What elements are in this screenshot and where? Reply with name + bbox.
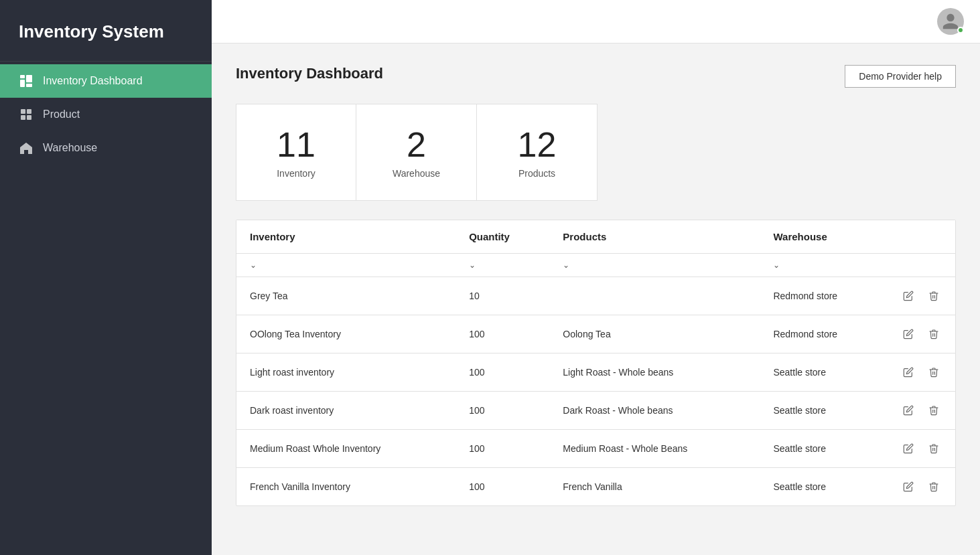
edit-button[interactable]: [900, 480, 916, 493]
delete-button[interactable]: [926, 366, 942, 379]
stat-number-warehouse: 2: [407, 126, 426, 164]
cell-warehouse: Seattle store: [760, 468, 955, 506]
table-row: Light roast inventory100Light Roast - Wh…: [236, 353, 955, 392]
stat-card-products: 12 Products: [477, 104, 598, 201]
warehouse-name: Seattle store: [773, 367, 826, 378]
table-row: Dark roast inventory100Dark Roast - Whol…: [236, 392, 955, 430]
edit-button[interactable]: [900, 404, 916, 417]
svg-rect-1: [20, 80, 25, 87]
chevron-down-icon: ⌄: [773, 260, 780, 270]
col-header-inventory: Inventory: [236, 220, 456, 254]
warehouse-name: Redmond store: [773, 329, 837, 339]
warehouse-icon: [19, 141, 33, 155]
cell-inventory: OOlong Tea Inventory: [236, 315, 456, 353]
col-header-warehouse: Warehouse: [760, 220, 955, 254]
cell-quantity: 100: [456, 430, 549, 468]
avatar-container[interactable]: [937, 8, 964, 35]
sidebar-item-dashboard-label: Inventory Dashboard: [43, 75, 143, 87]
cell-quantity: 10: [456, 277, 549, 315]
sidebar-item-product-label: Product: [43, 108, 80, 121]
content-area: Inventory Dashboard Demo Provider help 1…: [212, 44, 980, 555]
table-row: Medium Roast Whole Inventory100Medium Ro…: [236, 430, 955, 468]
col-header-products: Products: [549, 220, 760, 254]
table-row: OOlong Tea Inventory100Oolong TeaRedmond…: [236, 315, 955, 353]
product-icon: [19, 107, 33, 122]
svg-rect-0: [20, 75, 25, 78]
edit-button[interactable]: [900, 366, 916, 379]
cell-quantity: 100: [456, 353, 549, 392]
table-body: Grey Tea10Redmond storeOOlong Tea Invent…: [236, 277, 955, 506]
chevron-down-icon: ⌄: [469, 260, 476, 270]
table-row: French Vanilla Inventory100French Vanill…: [236, 468, 955, 506]
sidebar-item-dashboard[interactable]: Inventory Dashboard: [0, 64, 212, 98]
warehouse-name: Redmond store: [773, 291, 837, 301]
table-header-row: Inventory Quantity Products: [236, 220, 955, 254]
filter-cell-quantity: ⌄: [456, 254, 549, 277]
filter-cell-inventory: ⌄: [236, 254, 456, 277]
stat-label-products: Products: [518, 168, 555, 179]
cell-quantity: 100: [456, 315, 549, 353]
warehouse-name: Seattle store: [773, 405, 826, 416]
main-content: Inventory Dashboard Demo Provider help 1…: [212, 0, 980, 555]
inventory-table-container: Inventory Quantity Products: [236, 220, 956, 506]
filter-dropdown-inventory[interactable]: ⌄: [250, 260, 442, 270]
cell-quantity: 100: [456, 468, 549, 506]
chevron-down-icon: ⌄: [250, 260, 257, 270]
cell-inventory: Grey Tea: [236, 277, 456, 315]
filter-dropdown-warehouse[interactable]: ⌄: [773, 260, 942, 270]
delete-button[interactable]: [926, 404, 942, 417]
table-row: Grey Tea10Redmond store: [236, 277, 955, 315]
cell-inventory: Light roast inventory: [236, 353, 456, 392]
stats-row: 11 Inventory 2 Warehouse 12 Products: [236, 104, 956, 201]
delete-button[interactable]: [926, 442, 942, 455]
cell-inventory: French Vanilla Inventory: [236, 468, 456, 506]
warehouse-name: Seattle store: [773, 443, 826, 454]
filter-dropdown-products[interactable]: ⌄: [563, 260, 746, 270]
help-button[interactable]: Demo Provider help: [845, 65, 956, 88]
cell-warehouse: Redmond store: [760, 277, 955, 315]
cell-warehouse: Seattle store: [760, 353, 955, 392]
dashboard-icon: [19, 74, 33, 88]
col-header-quantity: Quantity: [456, 220, 549, 254]
edit-button[interactable]: [900, 327, 916, 341]
page-title: Inventory Dashboard: [236, 65, 383, 82]
cell-quantity: 100: [456, 392, 549, 430]
sidebar-nav: Inventory Dashboard Product Warehouse: [0, 62, 212, 165]
sidebar: Inventory System Inventory Dashboard: [0, 0, 212, 555]
cell-warehouse: Redmond store: [760, 315, 955, 353]
filter-cell-products: ⌄: [549, 254, 760, 277]
stat-number-products: 12: [518, 126, 557, 164]
svg-rect-5: [27, 109, 31, 114]
svg-rect-7: [27, 115, 31, 120]
sidebar-item-product[interactable]: Product: [0, 98, 212, 131]
table-filter-row: ⌄ ⌄ ⌄: [236, 254, 955, 277]
cell-products: Medium Roast - Whole Beans: [549, 430, 760, 468]
filter-dropdown-quantity[interactable]: ⌄: [469, 260, 536, 270]
svg-rect-2: [26, 75, 32, 82]
edit-button[interactable]: [900, 442, 916, 455]
sidebar-item-warehouse[interactable]: Warehouse: [0, 131, 212, 165]
inventory-table: Inventory Quantity Products: [236, 220, 955, 505]
avatar-status-indicator: [957, 27, 964, 33]
delete-button[interactable]: [926, 480, 942, 493]
filter-cell-warehouse: ⌄: [760, 254, 955, 277]
cell-inventory: Medium Roast Whole Inventory: [236, 430, 456, 468]
stat-label-warehouse: Warehouse: [393, 168, 440, 179]
cell-products: Oolong Tea: [549, 315, 760, 353]
warehouse-name: Seattle store: [773, 481, 826, 492]
chevron-down-icon: ⌄: [563, 260, 569, 270]
delete-button[interactable]: [926, 327, 942, 341]
delete-button[interactable]: [926, 289, 942, 303]
svg-rect-4: [21, 109, 25, 114]
cell-products: French Vanilla: [549, 468, 760, 506]
app-title: Inventory System: [0, 0, 212, 62]
stat-card-inventory: 11 Inventory: [236, 104, 356, 201]
edit-button[interactable]: [900, 289, 916, 303]
cell-products: Light Roast - Whole beans: [549, 353, 760, 392]
top-bar: [212, 0, 980, 44]
page-header: Inventory Dashboard Demo Provider help: [236, 65, 956, 88]
svg-rect-3: [26, 84, 32, 87]
svg-rect-6: [21, 115, 25, 120]
cell-inventory: Dark roast inventory: [236, 392, 456, 430]
stat-label-inventory: Inventory: [277, 168, 316, 179]
